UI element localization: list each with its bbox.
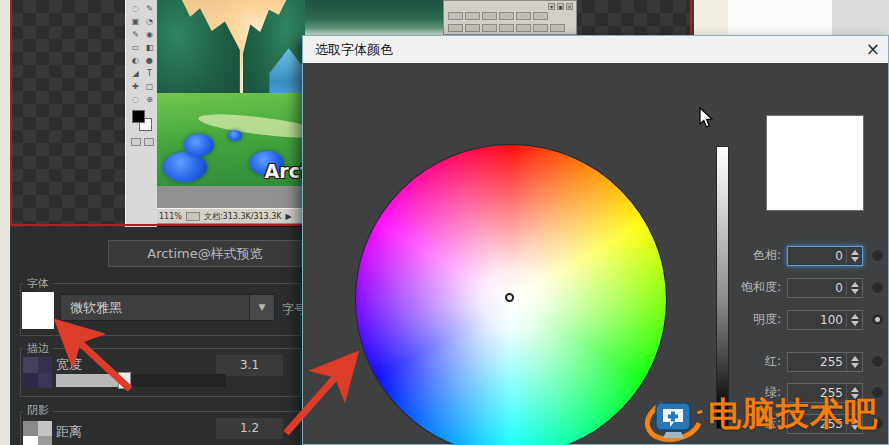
brightness-spinner-field[interactable]: 100 xyxy=(787,310,863,330)
close-icon[interactable]: × xyxy=(566,3,573,10)
ps-tool-palette: ◌✎▣◔✎◉▭◧◐●◢T✚▢◌⊕ xyxy=(125,0,158,231)
hue-label: 色相: xyxy=(723,247,781,264)
toolbar-button[interactable] xyxy=(448,24,463,32)
artwork-canvas: Arct xyxy=(157,0,305,186)
shadow-distance-value[interactable]: 1.2 xyxy=(216,418,283,439)
toolbar-button[interactable] xyxy=(465,12,480,20)
slider-handle[interactable] xyxy=(118,372,131,389)
font-color-picker-dialog: 选取字体颜色 × 色相: 0 饱和度: 0 xyxy=(302,35,889,445)
toolbar-button[interactable] xyxy=(499,24,514,32)
smudge-tool-icon[interactable]: ● xyxy=(143,55,156,67)
font-color-swatch[interactable] xyxy=(22,292,54,329)
brush-tool-icon[interactable]: ✎ xyxy=(129,29,142,41)
quick-mask-icon[interactable] xyxy=(144,138,154,146)
stroke-width-value[interactable]: 3.1 xyxy=(216,355,283,376)
saturation-row: 饱和度: 0 xyxy=(723,277,889,298)
lasso-tool-icon[interactable]: ◌ xyxy=(129,3,142,15)
eraser-tool-icon[interactable]: ▭ xyxy=(129,42,142,54)
foreground-color-chip[interactable] xyxy=(132,110,145,123)
mini-toolbar-row xyxy=(448,24,565,32)
pasteboard xyxy=(157,186,305,208)
pen-tool-icon[interactable]: ✚ xyxy=(129,81,142,93)
green-spinner-field[interactable]: 255 xyxy=(787,383,863,403)
font-family-value: 微软雅黑 xyxy=(70,300,122,315)
blue-label: 蓝: xyxy=(723,415,781,432)
quick-select-tool-icon[interactable]: ✎ xyxy=(143,3,156,15)
mini-toolbar-row xyxy=(448,12,548,20)
minimize-icon[interactable]: ▾ xyxy=(548,3,555,10)
rectangle-tool-icon[interactable]: ▢ xyxy=(143,81,156,93)
blue-spinner-field[interactable]: 255 xyxy=(787,414,863,434)
style-editor-panel: Arctime@样式预览 字体 微软雅黑 ▼ 字号 描边 宽度 3.1 阴影 距… xyxy=(10,227,302,445)
toolbar-button[interactable] xyxy=(448,12,463,20)
spinner-arrows-icon[interactable] xyxy=(846,353,862,371)
toolbar-button[interactable] xyxy=(482,24,497,32)
style-preview-input[interactable]: Arctime@样式预览 xyxy=(108,240,302,267)
red-row: 红: 255 xyxy=(723,351,889,372)
stamp-tool-icon[interactable]: ◉ xyxy=(143,29,156,41)
spinner-arrows-icon[interactable] xyxy=(846,415,862,433)
blue-radio[interactable] xyxy=(871,417,884,430)
slider-fill xyxy=(56,374,122,387)
stroke-color-swatch[interactable] xyxy=(23,357,52,388)
status-flyout-arrow[interactable]: ▶ xyxy=(286,212,292,221)
saturation-spinner-field[interactable]: 0 xyxy=(787,278,863,298)
status-box xyxy=(186,212,200,221)
spinner-arrows-icon[interactable] xyxy=(846,311,862,329)
zoom-tool-icon[interactable]: ⊕ xyxy=(143,94,156,106)
gradient-tool-icon[interactable]: ◧ xyxy=(143,42,156,54)
toolbar-button[interactable] xyxy=(533,24,548,32)
toolbar-button[interactable] xyxy=(482,12,497,20)
eyedropper-tool-icon[interactable]: ◔ xyxy=(143,16,156,28)
shadow-group-label: 阴影 xyxy=(23,403,53,418)
screen: ◌✎▣◔✎◉▭◧◐●◢T✚▢◌⊕ Arct 111% xyxy=(0,0,889,445)
red-spinner-field[interactable]: 255 xyxy=(787,352,863,372)
hue-radio[interactable] xyxy=(871,249,884,262)
text-tool-icon[interactable]: T xyxy=(143,68,156,80)
standard-mode-icon[interactable] xyxy=(131,138,141,146)
shadow-color-swatch[interactable] xyxy=(23,421,52,445)
green-radio[interactable] xyxy=(871,386,884,399)
saturation-radio[interactable] xyxy=(871,281,884,294)
background-window-block xyxy=(694,0,728,35)
background-window-block xyxy=(728,0,832,35)
font-family-dropdown[interactable]: 微软雅黑 ▼ xyxy=(60,294,275,321)
path-select-tool-icon[interactable]: ◢ xyxy=(129,68,142,80)
desktop-edge-strip xyxy=(0,0,10,445)
zoom-level[interactable]: 111% xyxy=(159,212,182,221)
red-radio[interactable] xyxy=(871,355,884,368)
dodge-tool-icon[interactable]: ◐ xyxy=(129,55,142,67)
chevron-down-icon[interactable]: ▼ xyxy=(249,295,274,320)
spinner-arrows-icon[interactable] xyxy=(846,384,862,402)
color-wheel[interactable] xyxy=(356,145,666,445)
fg-bg-color-chips[interactable] xyxy=(126,108,157,138)
green-label: 绿: xyxy=(723,384,781,401)
spinner-arrows-icon[interactable] xyxy=(846,279,862,297)
hand-tool-icon[interactable]: ◌ xyxy=(129,94,142,106)
green-value: 255 xyxy=(820,384,843,402)
red-label: 红: xyxy=(723,353,781,370)
toolbar-button[interactable] xyxy=(533,12,548,20)
dialog-titlebar[interactable]: 选取字体颜色 × xyxy=(303,36,888,63)
toolbar-button[interactable] xyxy=(499,12,514,20)
toolbar-button[interactable] xyxy=(465,24,480,32)
background-window-block xyxy=(832,0,889,35)
maximize-icon[interactable]: ▪ xyxy=(557,3,564,10)
toolbar-button[interactable] xyxy=(550,24,565,32)
close-icon[interactable]: × xyxy=(866,36,880,62)
blue-row: 蓝: 255 xyxy=(723,413,889,434)
blue-value: 255 xyxy=(820,415,843,433)
hue-spinner-field[interactable]: 0 xyxy=(787,246,863,266)
toolbar-button[interactable] xyxy=(516,12,531,20)
stroke-width-label: 宽度 xyxy=(56,356,82,374)
ps-tool-grid: ◌✎▣◔✎◉▭◧◐●◢T✚▢◌⊕ xyxy=(126,0,157,106)
color-wheel-marker[interactable] xyxy=(505,293,514,302)
spinner-arrows-icon[interactable] xyxy=(846,247,862,265)
brightness-radio[interactable] xyxy=(871,313,884,326)
stroke-width-slider[interactable] xyxy=(56,374,226,387)
dialog-body: 色相: 0 饱和度: 0 明度: 100 xyxy=(303,63,888,444)
crop-tool-icon[interactable]: ▣ xyxy=(129,16,142,28)
brightness-value: 100 xyxy=(820,311,843,329)
stroke-group-label: 描边 xyxy=(23,341,53,356)
toolbar-button[interactable] xyxy=(516,24,531,32)
